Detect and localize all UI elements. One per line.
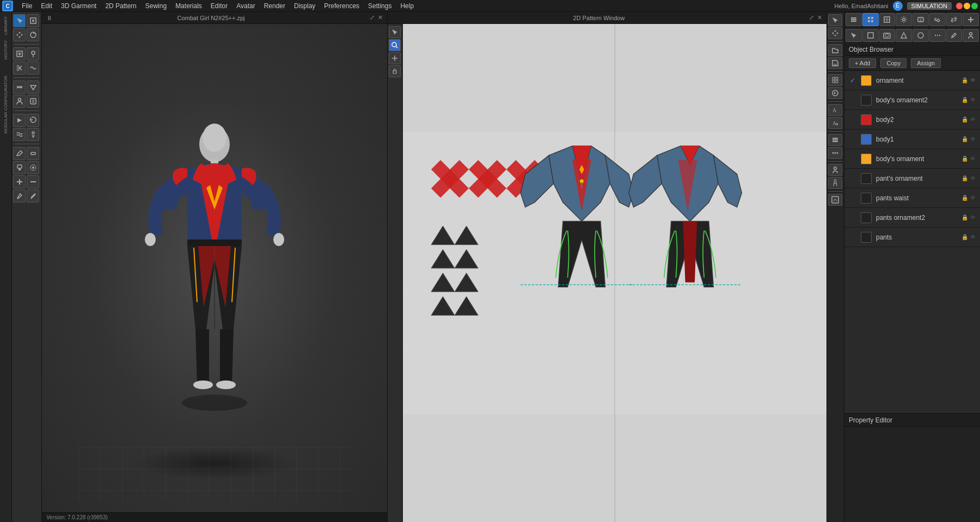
pattern-lock-tool[interactable] xyxy=(389,65,401,77)
profile-icon[interactable]: E xyxy=(893,1,903,11)
rvt-body[interactable] xyxy=(828,177,842,189)
rvt-grid[interactable] xyxy=(828,74,842,86)
rt-plus-view[interactable] xyxy=(963,13,979,26)
rvt-move[interactable] xyxy=(828,27,842,39)
object-item-bodys-ornament[interactable]: ✓ body's ornament 🔒 👁 xyxy=(844,149,980,169)
rvt-folder[interactable] xyxy=(828,44,842,56)
object-item-bodys-ornament2[interactable]: ✓ body's ornament2 🔒 👁 xyxy=(844,90,980,110)
eye-icon-3[interactable]: 👁 xyxy=(970,116,976,122)
rt-more-view[interactable] xyxy=(912,13,929,26)
eye-icon-7[interactable]: 👁 xyxy=(970,195,976,201)
copy-button[interactable]: Copy xyxy=(880,58,906,68)
check-pants[interactable]: ✓ xyxy=(849,234,856,241)
pattern-pan-tool[interactable] xyxy=(389,52,401,64)
rvt-save[interactable] xyxy=(828,57,842,69)
check-bodys-ornament[interactable]: ✓ xyxy=(849,155,856,163)
eye-icon-5[interactable]: 👁 xyxy=(970,156,976,162)
object-item-pants-waist[interactable]: ✓ pants waist 🔒 👁 xyxy=(844,188,980,208)
2d-panel-expand[interactable]: ⤢ xyxy=(809,14,814,21)
menu-avatar[interactable]: Avatar xyxy=(232,1,259,11)
lock-icon-5[interactable]: 🔒 xyxy=(961,156,968,162)
lock-icon-7[interactable]: 🔒 xyxy=(961,195,968,201)
move-tool[interactable] xyxy=(13,28,26,41)
pin-tool[interactable] xyxy=(27,47,39,60)
rt-grid-view[interactable] xyxy=(879,13,896,26)
rt-list-view[interactable] xyxy=(846,13,862,26)
rvt-type-a[interactable]: A xyxy=(828,104,842,116)
wind-tool[interactable] xyxy=(13,128,26,141)
assign-button[interactable]: Assign xyxy=(911,58,941,68)
menu-render[interactable]: Render xyxy=(260,1,290,11)
check-bodys-ornament2[interactable]: ✓ xyxy=(849,96,856,104)
simulation-button[interactable]: SIMULATION xyxy=(907,2,952,10)
check-body2[interactable]: ✓ xyxy=(849,116,856,124)
rt-camera[interactable] xyxy=(879,29,896,42)
menu-settings[interactable]: Settings xyxy=(364,1,396,11)
cut-tool[interactable] xyxy=(13,62,26,75)
pencil-tool[interactable] xyxy=(27,189,39,202)
brush-tool[interactable] xyxy=(13,189,26,202)
rvt-scene[interactable] xyxy=(828,194,842,206)
snap-tool[interactable] xyxy=(27,161,39,174)
maximize-button[interactable] xyxy=(971,3,978,9)
menu-editor[interactable]: Editor xyxy=(206,1,232,11)
add-button[interactable]: + Add xyxy=(849,58,876,68)
lock-icon-2[interactable]: 🔒 xyxy=(961,97,968,103)
eye-icon-9[interactable]: 👁 xyxy=(970,234,976,240)
menu-materials[interactable]: Materials xyxy=(171,1,206,11)
measure-tool[interactable] xyxy=(13,81,26,94)
fold-tool[interactable] xyxy=(27,81,39,94)
rt-deselect[interactable] xyxy=(862,29,879,42)
minimize-button[interactable] xyxy=(964,3,970,9)
menu-edit[interactable]: Edit xyxy=(36,1,57,11)
plus-tool[interactable] xyxy=(13,175,26,188)
eraser-tool[interactable] xyxy=(27,147,39,160)
check-ornament[interactable]: ✓ xyxy=(849,77,856,84)
rt-object-view[interactable] xyxy=(862,13,879,26)
rt-pen[interactable] xyxy=(946,29,963,42)
texture-tool[interactable] xyxy=(27,95,39,108)
menu-help[interactable]: Help xyxy=(396,1,418,11)
3d-panel-close[interactable]: ✕ xyxy=(378,14,383,21)
menu-file[interactable]: File xyxy=(17,1,36,11)
pattern-zoom-tool[interactable] xyxy=(389,39,401,51)
rvt-dots[interactable] xyxy=(828,147,842,159)
rvt-list[interactable] xyxy=(828,134,842,146)
pattern-canvas[interactable] xyxy=(403,24,826,522)
rt-material[interactable] xyxy=(896,29,912,42)
rt-transfer-view[interactable] xyxy=(946,13,963,26)
object-item-pants-ornament[interactable]: ✓ pant's ornament 🔒 👁 xyxy=(844,169,980,188)
object-item-pants-ornament2[interactable]: ✓ pants ornament2 🔒 👁 xyxy=(844,208,980,228)
menu-display[interactable]: Display xyxy=(290,1,320,11)
check-pants-waist[interactable]: ✓ xyxy=(849,194,856,202)
check-body1[interactable]: ✓ xyxy=(849,136,856,143)
rvt-select[interactable] xyxy=(828,14,842,26)
menu-preferences[interactable]: Preferences xyxy=(320,1,364,11)
lock-icon-4[interactable]: 🔒 xyxy=(961,136,968,142)
gravity-tool[interactable] xyxy=(27,128,39,141)
check-pants-ornament2[interactable]: ✓ xyxy=(849,214,856,222)
reset-tool[interactable] xyxy=(27,114,39,127)
rt-settings-view[interactable] xyxy=(896,13,912,26)
rt-render2[interactable] xyxy=(912,29,929,42)
lock-icon[interactable]: 🔒 xyxy=(961,77,968,83)
menu-3d-garment[interactable]: 3D Garment xyxy=(57,1,101,11)
sew-tool[interactable] xyxy=(27,62,39,75)
lock-icon-8[interactable]: 🔒 xyxy=(961,214,968,220)
stamp-tool[interactable] xyxy=(13,161,26,174)
object-item-body2[interactable]: ✓ body2 🔒 👁 xyxy=(844,110,980,130)
lock-icon-3[interactable]: 🔒 xyxy=(961,116,968,122)
3d-panel-expand[interactable]: ⤢ xyxy=(370,14,375,21)
pattern-select-tool[interactable] xyxy=(389,26,401,38)
avatar-tool[interactable] xyxy=(13,95,26,108)
object-item-body1[interactable]: ✓ body1 🔒 👁 xyxy=(844,130,980,149)
3d-panel-pause[interactable]: ⏸ xyxy=(46,15,52,21)
rt-select-all[interactable] xyxy=(846,29,862,42)
eye-icon-2[interactable]: 👁 xyxy=(970,97,976,103)
eye-icon-4[interactable]: 👁 xyxy=(970,136,976,142)
eye-icon-6[interactable]: 👁 xyxy=(970,175,976,181)
menu-2d-pattern[interactable]: 2D Pattern xyxy=(101,1,140,11)
eye-icon[interactable]: 👁 xyxy=(970,77,976,83)
menu-sewing[interactable]: Sewing xyxy=(141,1,171,11)
select-tool[interactable] xyxy=(13,14,26,27)
